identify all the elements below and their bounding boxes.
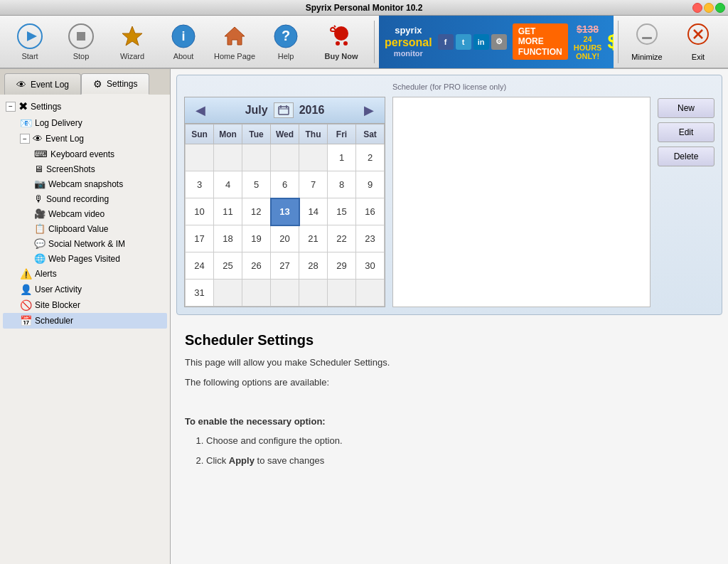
cal-day-7[interactable]: 7: [299, 171, 328, 198]
cal-day-empty-0-3: [271, 144, 299, 171]
tab-eventlog[interactable]: 👁 Event Log: [4, 73, 81, 95]
cal-day-3[interactable]: 3: [186, 171, 214, 198]
description-heading: Scheduler Settings: [185, 332, 714, 348]
cal-day-empty-5-3: [271, 280, 299, 307]
cal-day-31[interactable]: 31: [186, 280, 214, 307]
cal-day-21[interactable]: 21: [299, 225, 328, 252]
new-button[interactable]: New: [658, 98, 714, 118]
description-panel: Scheduler Settings This page will allow …: [171, 321, 728, 484]
help-icon: ?: [273, 23, 299, 49]
tree-webcam-snap[interactable]: 📷 Webcam snapshots: [3, 176, 167, 191]
buynow-button[interactable]: Buy Now: [313, 18, 370, 66]
close-button[interactable]: [692, 3, 702, 13]
cal-day-18[interactable]: 18: [214, 225, 242, 252]
tree-webcam-video[interactable]: 🎥 Webcam video: [3, 206, 167, 221]
cal-day-5[interactable]: 5: [242, 171, 271, 198]
tree-scheduler[interactable]: 📅 Scheduler: [3, 313, 167, 329]
cal-day-25[interactable]: 25: [214, 252, 242, 280]
event-list: [392, 97, 651, 307]
ad-banner[interactable]: spyrix personal monitor f t in ⚙ GET MOR…: [379, 15, 614, 68]
tree-site-blocker[interactable]: 🚫 Site Blocker: [3, 297, 167, 313]
cal-day-28[interactable]: 28: [299, 252, 328, 280]
day-header-sun: Sun: [186, 124, 214, 144]
cal-day-10[interactable]: 10: [186, 198, 214, 225]
exit-button[interactable]: Exit: [674, 18, 722, 66]
edit-button[interactable]: Edit: [658, 122, 714, 142]
cal-week-2: 10111213141516: [186, 198, 385, 225]
cal-day-6[interactable]: 6: [271, 171, 299, 198]
cal-day-4[interactable]: 4: [214, 171, 242, 198]
delete-button[interactable]: Delete: [658, 147, 714, 166]
tree-screenshots[interactable]: 🖥 ScreenShots: [3, 161, 167, 176]
eventlog-collapse[interactable]: −: [20, 134, 30, 144]
cal-day-16[interactable]: 16: [356, 198, 385, 225]
cal-day-23[interactable]: 23: [356, 225, 385, 252]
sidebar-tabs: 👁 Event Log ⚙ Settings: [0, 69, 170, 95]
cal-day-26[interactable]: 26: [242, 252, 271, 280]
titlebar: Spyrix Personal Monitor 10.2: [0, 0, 728, 16]
cal-day-14[interactable]: 14: [299, 198, 328, 225]
cal-day-1[interactable]: 1: [328, 144, 356, 171]
cal-day-empty-0-4: [299, 144, 328, 171]
cal-day-19[interactable]: 19: [242, 225, 271, 252]
maximize-button[interactable]: [715, 3, 725, 13]
tree-clipboard[interactable]: 📋 Clipboard Value: [3, 221, 167, 236]
tree-social[interactable]: 💬 Social Network & IM: [3, 236, 167, 251]
wizard-button[interactable]: Wizard: [108, 18, 156, 66]
tab-settings[interactable]: ⚙ Settings: [81, 73, 149, 95]
sound-icon: 🎙: [34, 193, 43, 204]
cal-day-empty-0-1: [214, 144, 242, 171]
calendar-grid: SunMonTueWedThuFriSat 123456789101112131…: [185, 124, 385, 307]
tree-web-pages[interactable]: 🌐 Web Pages Visited: [3, 251, 167, 266]
stop-button[interactable]: Stop: [57, 18, 105, 66]
cal-day-20[interactable]: 20: [271, 225, 299, 252]
tree-keyboard[interactable]: ⌨ Keyboard events: [3, 147, 167, 161]
cal-day-29[interactable]: 29: [328, 252, 356, 280]
tree-log-delivery[interactable]: 📧 Log Delivery: [3, 115, 167, 131]
tree-settings[interactable]: − ✖ Settings: [3, 97, 167, 115]
svg-marker-6: [225, 27, 245, 45]
svg-text:?: ?: [282, 28, 290, 43]
homepage-button[interactable]: Home Page: [210, 18, 259, 66]
description-enable-heading: To enable the necessary option:: [185, 415, 714, 429]
cal-day-24[interactable]: 24: [186, 252, 214, 280]
facebook-icon: f: [438, 34, 454, 50]
cal-goto-icon[interactable]: [274, 102, 294, 118]
cal-day-9[interactable]: 9: [356, 171, 385, 198]
tree-event-log[interactable]: − 👁 Event Log: [3, 131, 167, 147]
cal-month: July: [245, 104, 268, 117]
minimize-button-win[interactable]: [704, 3, 714, 13]
cal-day-27[interactable]: 27: [271, 252, 299, 280]
cal-day-8[interactable]: 8: [328, 171, 356, 198]
tree-sound[interactable]: 🎙 Sound recording: [3, 191, 167, 206]
web-pages-icon: 🌐: [34, 253, 46, 264]
cal-day-empty-0-0: [186, 144, 214, 171]
cal-week-4: 24252627282930: [186, 252, 385, 280]
cal-day-12[interactable]: 12: [242, 198, 271, 225]
start-button[interactable]: Start: [6, 18, 54, 66]
cal-day-22[interactable]: 22: [328, 225, 356, 252]
tree-alerts[interactable]: ⚠️ Alerts: [3, 266, 167, 282]
clipboard-icon: 📋: [34, 223, 46, 234]
settings-collapse[interactable]: −: [6, 102, 16, 112]
cal-day-17[interactable]: 17: [186, 225, 214, 252]
minimize-button[interactable]: Minimize: [623, 18, 671, 66]
scheduler-panel: Scheduler (for PRO license only) ◀ July …: [176, 75, 722, 315]
day-header-wed: Wed: [271, 124, 299, 144]
help-button[interactable]: ? Help: [262, 18, 310, 66]
tree-user-activity[interactable]: 👤 User Activity: [3, 282, 167, 297]
next-month-button[interactable]: ▶: [360, 102, 378, 119]
cal-day-13[interactable]: 13: [271, 198, 299, 225]
user-activity-icon: 👤: [20, 284, 32, 295]
action-buttons: New Edit Delete: [658, 97, 714, 307]
cal-day-2[interactable]: 2: [356, 144, 385, 171]
about-button[interactable]: i About: [159, 18, 208, 66]
cal-day-11[interactable]: 11: [214, 198, 242, 225]
prev-month-button[interactable]: ◀: [192, 102, 209, 119]
cal-day-15[interactable]: 15: [328, 198, 356, 225]
scheduler-body: ◀ July 2016 ▶ SunMonTue: [184, 97, 714, 307]
window-controls: [692, 3, 725, 13]
cal-year: 2016: [299, 104, 325, 117]
cal-day-30[interactable]: 30: [356, 252, 385, 280]
ad-get-more[interactable]: GET MORE FUNCTION: [513, 23, 568, 60]
